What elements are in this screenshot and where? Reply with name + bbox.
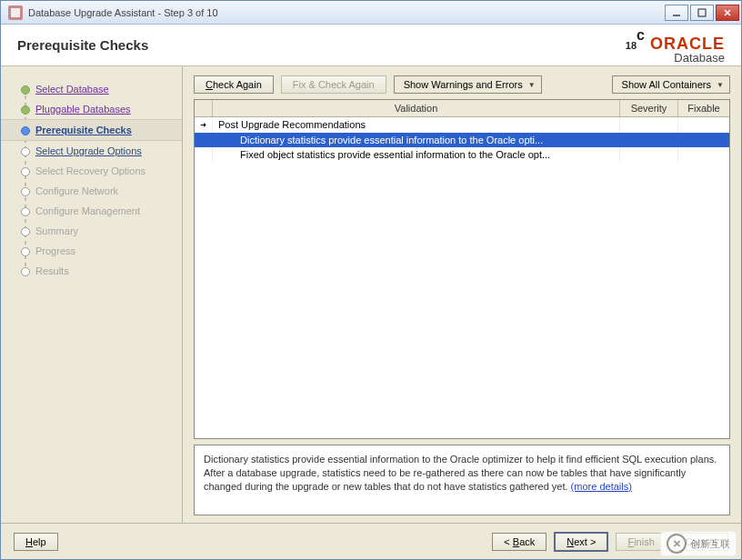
window-controls (665, 5, 739, 21)
table-row[interactable]: Dictionary statistics provide essential … (195, 133, 729, 147)
step-dot-icon (21, 207, 30, 216)
group-label: Post Upgrade Recommendations (213, 117, 620, 133)
logo-version: 18c (626, 26, 645, 55)
svg-rect-1 (698, 9, 706, 16)
step-dot-icon (21, 105, 30, 115)
step-pluggable-databases[interactable]: Pluggable Databases (21, 99, 182, 119)
detail-text: Dictionary statistics provide essential … (204, 454, 717, 492)
detail-panel: Dictionary statistics provide essential … (194, 445, 730, 515)
step-select-recovery-options: Select Recovery Options (21, 161, 182, 181)
watermark: ✕ 创新互联 (660, 531, 737, 556)
back-button[interactable]: < Back (492, 533, 546, 551)
help-button[interactable]: Help (14, 533, 58, 551)
window-title: Database Upgrade Assistant - Step 3 of 1… (28, 7, 665, 18)
table-row[interactable]: Fixed object statistics provide essentia… (195, 147, 729, 162)
col-expand (195, 100, 213, 116)
step-dot-icon (21, 247, 30, 256)
app-window: Database Upgrade Assistant - Step 3 of 1… (0, 0, 742, 560)
step-results: Results (21, 261, 182, 281)
java-cup-icon (8, 5, 23, 20)
close-button[interactable] (716, 5, 739, 21)
finish-button: Finish (616, 533, 666, 551)
more-details-link[interactable]: (more details) (571, 481, 632, 492)
col-fixable: Fixable (678, 100, 729, 116)
validation-table: Validation Severity Fixable ➜ Post Upgra… (194, 99, 730, 439)
step-summary: Summary (21, 221, 182, 241)
title-bar: Database Upgrade Assistant - Step 3 of 1… (1, 1, 741, 25)
wizard-sidebar: Select Database Pluggable Databases Prer… (1, 66, 183, 523)
minimize-button[interactable] (665, 5, 688, 21)
step-dot-icon (21, 227, 30, 236)
check-again-button[interactable]: Check Again (194, 75, 274, 94)
checks-toolbar: Check Again Fix & Check Again Show Warni… (194, 75, 730, 94)
maximize-button[interactable] (690, 5, 714, 21)
step-select-upgrade-options[interactable]: Select Upgrade Options (21, 141, 182, 161)
watermark-icon: ✕ (667, 534, 687, 554)
validation-text: Fixed object statistics provide essentia… (213, 147, 620, 162)
step-dot-icon (21, 85, 30, 95)
watermark-text: 创新互联 (690, 537, 730, 551)
step-configure-management: Configure Management (21, 201, 182, 221)
oracle-logo: 18c ORACLE Database (626, 26, 725, 64)
step-dot-icon (21, 147, 30, 156)
content-body: Select Database Pluggable Databases Prer… (1, 66, 741, 523)
scope-dropdown[interactable]: Show All Containers (612, 75, 730, 94)
page-title: Prerequisite Checks (17, 37, 626, 53)
table-group-row[interactable]: ➜ Post Upgrade Recommendations (195, 117, 729, 133)
step-dot-icon (21, 187, 30, 196)
col-validation: Validation (213, 100, 620, 116)
step-dot-icon (21, 267, 30, 276)
step-dot-icon (21, 167, 30, 176)
step-select-database[interactable]: Select Database (21, 79, 182, 99)
wizard-steps: Select Database Pluggable Databases Prer… (1, 79, 182, 281)
step-dot-icon (21, 126, 30, 135)
wizard-footer: Help < Back Next > Finish Cancel (1, 523, 741, 559)
step-configure-network: Configure Network (21, 181, 182, 201)
logo-subtitle: Database (650, 52, 725, 64)
filter-dropdown[interactable]: Show Warnings and Errors (394, 75, 542, 94)
logo-brand: ORACLE (650, 35, 725, 52)
col-severity: Severity (620, 100, 678, 116)
fix-check-again-button: Fix & Check Again (281, 75, 386, 94)
validation-text: Dictionary statistics provide essential … (213, 133, 620, 147)
collapse-icon[interactable]: ➜ (195, 117, 213, 133)
next-button[interactable]: Next > (554, 532, 608, 552)
page-header: Prerequisite Checks 18c ORACLE Database (1, 25, 741, 66)
table-body[interactable]: ➜ Post Upgrade Recommendations Dictionar… (195, 117, 729, 438)
table-header: Validation Severity Fixable (195, 100, 729, 117)
step-progress: Progress (21, 241, 182, 261)
step-prerequisite-checks[interactable]: Prerequisite Checks (1, 119, 182, 141)
main-panel: Check Again Fix & Check Again Show Warni… (183, 66, 741, 523)
